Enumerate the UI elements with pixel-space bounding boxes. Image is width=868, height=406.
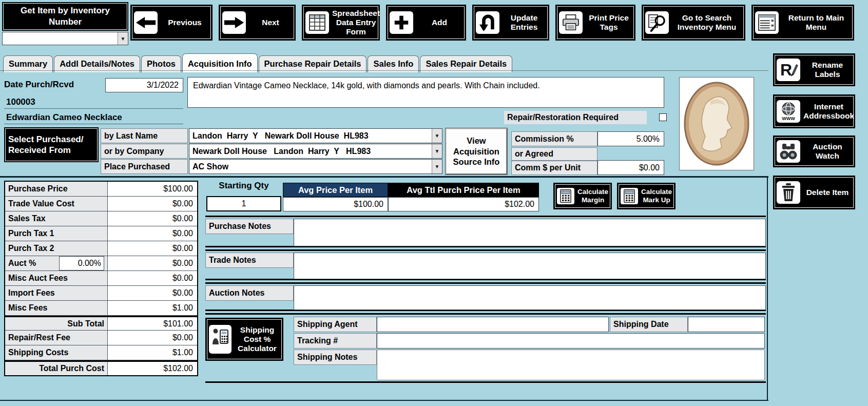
item-description-field[interactable]: Edwardian Vintage Cameo Necklace, 14k go… bbox=[187, 77, 664, 108]
avg-price-value: $100.00 bbox=[283, 197, 388, 211]
chevron-down-icon[interactable]: ▼ bbox=[432, 144, 442, 158]
table-row: Purch Tax 1 $0.00 bbox=[5, 226, 197, 241]
plus-icon bbox=[390, 11, 413, 34]
trade-notes-field[interactable] bbox=[294, 253, 766, 279]
table-row: Total Purch Cost $102.00 bbox=[5, 360, 197, 375]
purchase-notes-field[interactable] bbox=[294, 219, 766, 246]
table-row: Misc Auct Fees $0.00 bbox=[5, 271, 197, 286]
table-row: Misc Fees $1.00 bbox=[5, 301, 197, 316]
trade-value-cost-field[interactable]: $0.00 bbox=[108, 197, 197, 211]
internet-addressbook-button[interactable]: WWW Internet Addressbook bbox=[773, 94, 855, 128]
tab-baseline bbox=[0, 70, 768, 71]
spreadsheet-icon bbox=[305, 11, 329, 34]
table-row: Sub Total $101.00 bbox=[5, 316, 197, 331]
sales-tax-field[interactable]: $0.00 bbox=[108, 211, 197, 226]
chevron-down-icon[interactable]: ▼ bbox=[432, 160, 442, 173]
calculate-markup-button[interactable]: Calculate Mark Up bbox=[617, 183, 676, 209]
by-company-label: or by Company bbox=[101, 144, 188, 159]
table-row: Shipping Costs $1.00 bbox=[5, 345, 197, 360]
shipping-notes-field[interactable] bbox=[377, 350, 765, 380]
printer-icon bbox=[559, 11, 583, 34]
top-navbar: Previous Next Spreadsheet Data Entry For… bbox=[130, 5, 854, 41]
calculator-icon bbox=[557, 188, 574, 204]
svg-text:WWW: WWW bbox=[782, 116, 795, 121]
by-last-name-combobox[interactable]: Landon Harry Y Newark Doll House HL983 ▼ bbox=[189, 128, 442, 143]
repair-required-checkbox[interactable] bbox=[659, 113, 667, 121]
tracking-number-label: Tracking # bbox=[294, 333, 377, 349]
misc-fees-field[interactable]: $1.00 bbox=[108, 301, 197, 315]
print-price-tags-button[interactable]: Print Price Tags bbox=[555, 5, 635, 41]
shipping-date-label: Shipping Date bbox=[610, 317, 688, 332]
arrow-right-icon bbox=[222, 11, 246, 34]
item-name-field[interactable]: Edwardian Cameo Necklace bbox=[4, 111, 183, 124]
comm-per-unit-label: Comm $ per Unit bbox=[511, 161, 597, 175]
cameo-image bbox=[680, 78, 754, 170]
comm-per-unit-field[interactable]: $0.00 bbox=[597, 160, 664, 175]
shipping-cost-calculator-button[interactable]: Shipping Cost % Calculator bbox=[205, 318, 283, 361]
rename-labels-button[interactable]: R Rename Labels bbox=[773, 53, 855, 86]
purchase-price-field[interactable]: $100.00 bbox=[108, 182, 197, 196]
import-fees-field[interactable]: $0.00 bbox=[108, 286, 197, 300]
table-row: Purchase Price $100.00 bbox=[5, 182, 197, 197]
select-purchased-from-label: Select Purchased/ Received From bbox=[4, 127, 99, 162]
view-acquisition-source-button[interactable]: View Acquisition Source Info bbox=[446, 128, 507, 175]
calculate-margin-button[interactable]: Calculate Margin bbox=[553, 183, 612, 209]
shipping-date-field[interactable] bbox=[688, 317, 765, 332]
get-item-combobox[interactable]: ▼ bbox=[2, 32, 128, 45]
globe-icon: WWW bbox=[777, 100, 800, 123]
by-last-name-label: by Last Name bbox=[101, 128, 188, 143]
shipping-costs-field[interactable]: $1.00 bbox=[108, 345, 197, 360]
auct-percent-field[interactable]: 0.00% bbox=[59, 256, 104, 270]
table-row: Repair/Rest Fee $0.00 bbox=[5, 331, 197, 345]
next-button[interactable]: Next bbox=[219, 5, 296, 41]
or-agreed-label: or Agreed bbox=[511, 147, 597, 161]
total-purch-cost-value: $102.00 bbox=[108, 362, 197, 375]
repair-rest-fee-field[interactable]: $0.00 bbox=[108, 331, 197, 345]
starting-qty-label: Starting Qty bbox=[205, 181, 282, 194]
form-right-border bbox=[767, 176, 768, 401]
calculator-icon bbox=[621, 188, 638, 204]
purch-tax-2-field[interactable]: $0.00 bbox=[108, 241, 197, 256]
auction-notes-field[interactable] bbox=[294, 285, 766, 310]
go-to-search-inventory-button[interactable]: Go to Search Inventory Menu bbox=[642, 5, 745, 41]
item-photo bbox=[679, 77, 754, 170]
previous-button[interactable]: Previous bbox=[130, 5, 213, 41]
auction-watch-button[interactable]: Auction Watch bbox=[773, 136, 855, 167]
add-button[interactable]: Add bbox=[386, 5, 466, 41]
binoculars-icon bbox=[777, 140, 800, 163]
inventory-number-field[interactable]: 100003 bbox=[4, 95, 183, 109]
purch-tax-1-field[interactable]: $0.00 bbox=[108, 226, 197, 241]
table-row: Purch Tax 2 $0.00 bbox=[5, 241, 197, 256]
chevron-down-icon[interactable]: ▼ bbox=[118, 32, 128, 45]
commission-label: Commission % bbox=[511, 131, 597, 146]
sub-total-value: $101.00 bbox=[108, 317, 197, 330]
svg-text:R: R bbox=[780, 61, 792, 79]
trash-icon bbox=[777, 181, 800, 204]
place-purchased-combobox[interactable]: AC Show ▼ bbox=[189, 159, 442, 174]
update-entries-button[interactable]: Update Entries bbox=[472, 5, 549, 41]
date-purch-rcvd-field[interactable]: 3/1/2022 bbox=[105, 78, 183, 92]
misc-auct-fees-field[interactable]: $0.00 bbox=[108, 271, 197, 285]
auction-notes-label: Auction Notes bbox=[205, 285, 294, 301]
form-bottom-border bbox=[0, 400, 768, 401]
return-to-main-menu-button[interactable]: Return to Main Menu bbox=[751, 5, 854, 41]
search-icon bbox=[645, 11, 669, 34]
person-calculator-icon bbox=[209, 325, 232, 354]
menu-form-icon bbox=[755, 11, 779, 34]
tracking-number-field[interactable] bbox=[377, 333, 765, 349]
delete-item-button[interactable]: Delete Item bbox=[773, 176, 855, 209]
avg-total-value: $102.00 bbox=[388, 197, 539, 211]
spreadsheet-data-entry-button[interactable]: Spreadsheet Data Entry Form bbox=[302, 5, 380, 41]
by-company-combobox[interactable]: Newark Doll House Landon Harry Y HL983 ▼ bbox=[189, 144, 442, 159]
starting-qty-field[interactable]: 1 bbox=[206, 196, 281, 211]
auct-fee-field[interactable]: $0.00 bbox=[108, 256, 197, 270]
commission-field[interactable]: 5.00% bbox=[597, 131, 664, 146]
arrow-left-icon bbox=[134, 11, 158, 34]
section-divider bbox=[0, 176, 768, 178]
shipping-agent-field[interactable] bbox=[377, 317, 609, 332]
purchase-cost-table: Purchase Price $100.00 Trade Value Cost … bbox=[4, 181, 198, 376]
get-item-input[interactable] bbox=[3, 32, 118, 45]
tab-acquisition-info[interactable]: Acquisition Info bbox=[182, 53, 258, 72]
chevron-down-icon[interactable]: ▼ bbox=[432, 129, 442, 143]
shipping-notes-label: Shipping Notes bbox=[294, 350, 377, 365]
